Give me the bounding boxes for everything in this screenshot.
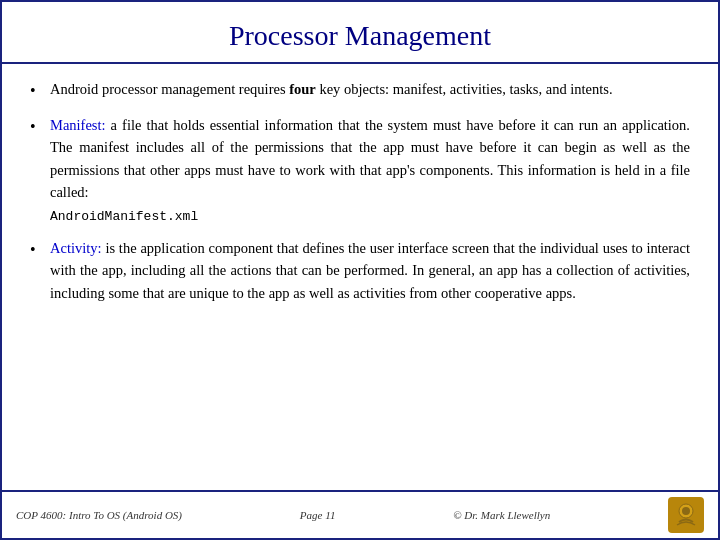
footer-left: COP 4600: Intro To OS (Android OS) bbox=[16, 509, 182, 521]
bullet-item-2: • Manifest: a file that holds essential … bbox=[30, 114, 690, 227]
slide-footer: COP 4600: Intro To OS (Android OS) Page … bbox=[2, 490, 718, 538]
manifest-filename: AndroidManifest.xml bbox=[50, 209, 198, 224]
bullet-item-3: • Activity: is the application component… bbox=[30, 237, 690, 304]
slide-content: • Android processor management requires … bbox=[2, 64, 718, 490]
footer-center: Page 11 bbox=[300, 509, 336, 521]
bullet-dot-3: • bbox=[30, 238, 50, 263]
footer-logo bbox=[668, 497, 704, 533]
svg-point-2 bbox=[682, 507, 690, 515]
bullet-text-2: Manifest: a file that holds essential in… bbox=[50, 114, 690, 227]
bullet-dot-2: • bbox=[30, 115, 50, 140]
manifest-highlight: Manifest: bbox=[50, 117, 106, 133]
bullet-text-1: Android processor management requires fo… bbox=[50, 78, 690, 100]
slide-title: Processor Management bbox=[2, 2, 718, 64]
footer-right: © Dr. Mark Llewellyn bbox=[453, 509, 550, 521]
activity-highlight: Activity: bbox=[50, 240, 102, 256]
slide: Processor Management • Android processor… bbox=[0, 0, 720, 540]
bullet-dot-1: • bbox=[30, 79, 50, 104]
bullet-text-3: Activity: is the application component t… bbox=[50, 237, 690, 304]
bullet-item-1: • Android processor management requires … bbox=[30, 78, 690, 104]
